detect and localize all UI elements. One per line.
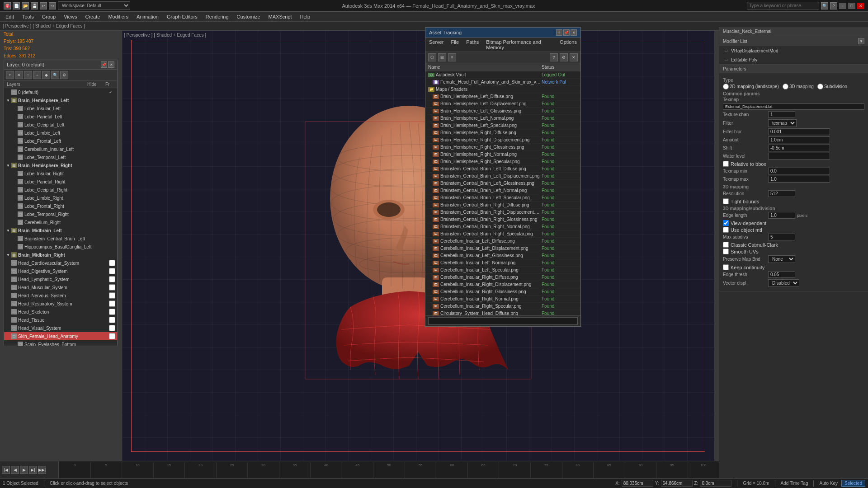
layer-item-head_respiratory[interactable]: □Head_Respiratory_System — [4, 300, 117, 308]
keyword-search[interactable] — [747, 2, 819, 9]
menu-item-customize[interactable]: Customize — [233, 13, 264, 20]
radio-3d-input[interactable] — [783, 84, 788, 89]
layer-checkbox-head_muscular[interactable] — [109, 284, 115, 291]
asset-item-cerebellum_insular_left_disp[interactable]: 🖼Cerebellum_Insular_Left_Displacement.pn… — [425, 245, 580, 252]
maximize-button[interactable]: □ — [848, 3, 855, 9]
layer-item-lobe_limbic_left[interactable]: □Lobe_Limbic_Left — [4, 129, 117, 137]
asset-item-brainstem_central_right_spec[interactable]: 🖼Brainstem_Central_Brain_Right_Specular.… — [425, 230, 580, 238]
asset-item-brain_hemi_left_spec[interactable]: 🖼Brain_Hemisphere_Left_Specular.pngFound — [425, 122, 580, 129]
help-btn[interactable]: ? — [830, 2, 837, 9]
asset-menu-server[interactable]: Server — [427, 39, 445, 51]
preserve-map-bnd-select[interactable]: None — [768, 255, 795, 263]
asset-item-brain_hemi_left_disp[interactable]: 🖼Brain_Hemisphere_Left_Displacement.pngF… — [425, 100, 580, 108]
filter-select[interactable]: texmap — [768, 119, 797, 127]
layer-item-brain_hemi_right[interactable]: ▼▤Brain_Hemisphere_Right — [4, 161, 117, 169]
relative-bbox-check[interactable] — [723, 161, 729, 167]
menu-item-create[interactable]: Create — [81, 13, 104, 20]
asset-item-cerebellum_insular_right_gloss[interactable]: 🖼Cerebellum_Insular_Right_Glossiness.png… — [425, 288, 580, 296]
add-time-tag-section[interactable]: Add Time Tag — [781, 481, 808, 486]
layer-item-lobe_insular_right[interactable]: □Lobe_Insular_Right — [4, 169, 117, 178]
y-coord-input[interactable] — [661, 480, 693, 487]
radio-2d[interactable]: 2D mapping (landscape) — [723, 84, 779, 89]
layer-item-head_muscular[interactable]: □Head_Muscular_System — [4, 283, 117, 291]
layer-item-head_skeleton[interactable]: □Head_Skeleton — [4, 308, 117, 316]
modifier-list-expand[interactable]: ▼ — [858, 38, 864, 44]
use-object-mtl-check[interactable] — [723, 227, 729, 233]
tl-next-btn[interactable]: ▶| — [29, 466, 37, 474]
tl-start-btn[interactable]: |◀ — [2, 466, 10, 474]
vector-displ-select[interactable]: Disabled — [768, 279, 799, 287]
texmap-max-input[interactable] — [768, 176, 830, 183]
menu-item-views[interactable]: Views — [60, 13, 80, 20]
asset-item-cerebellum_insular_right_spec[interactable]: 🖼Cerebellum_Insular_Right_Specular.pngFo… — [425, 303, 580, 310]
asset-item-circulatory_head_diff[interactable]: 🖼Circulatory_System_Head_Diffuse.pngFoun… — [425, 310, 580, 315]
layer-move-btn[interactable]: → — [33, 71, 41, 79]
layer-item-brain_midbrain_right[interactable]: ▼▤Brain_Midbrain_Right — [4, 251, 117, 259]
view-dependent-check[interactable] — [723, 220, 729, 226]
keep-continuity-check[interactable] — [723, 264, 729, 270]
minimize-button[interactable]: − — [839, 3, 846, 9]
asset-item-brainstem_central_left_gloss[interactable]: 🖼Brainstem_Central_Brain_Left_Glossiness… — [425, 180, 580, 187]
menu-item-modifiers[interactable]: Modifiers — [104, 13, 132, 20]
timeline-track[interactable]: 0510152025303540455055606570758085909510… — [59, 461, 719, 478]
asset-menu-bitmap-performance-and-memory[interactable]: Bitmap Performance and Memory — [484, 39, 554, 51]
asset-icon-btn2[interactable]: ⊞ — [438, 53, 446, 61]
asset-panel-pin[interactable]: 📌 — [563, 29, 570, 36]
resolution-input[interactable] — [768, 190, 795, 197]
asset-panel-close[interactable]: ✕ — [571, 29, 577, 36]
layer-item-lobe_parietal_left[interactable]: □Lobe_Parietal_Left — [4, 113, 117, 121]
layer-up-btn[interactable]: ↑ — [24, 71, 32, 79]
new-btn[interactable]: 📄 — [13, 2, 20, 9]
asset-item-brain_hemi_right_spec[interactable]: 🖼Brain_Hemisphere_Right_Specular.pngFoun… — [425, 158, 580, 165]
layer-checkbox-head_skeleton[interactable] — [109, 309, 115, 315]
layer-checkbox-head_visual[interactable] — [109, 325, 115, 331]
modifier-item-vray[interactable]: □ VRayDisplacementMod — [719, 46, 868, 55]
open-btn[interactable]: 📂 — [22, 2, 29, 9]
layer-checkbox-head_lymphatic[interactable] — [109, 276, 115, 282]
asset-search-input[interactable] — [428, 317, 578, 325]
asset-item-brainstem_central_right_gloss[interactable]: 🖼Brainstem_Central_Brain_Right_Glossines… — [425, 216, 580, 223]
layer-checkbox-head_nervous[interactable] — [109, 292, 115, 299]
layer-panel-close[interactable]: ✕ — [108, 61, 114, 68]
asset-settings-btn[interactable]: ⚙ — [560, 53, 568, 61]
layer-item-head_lymphatic[interactable]: □Head_Lymphatic_System — [4, 275, 117, 283]
layer-item-lobe_frontal_left[interactable]: □Lobe_Frontal_Left — [4, 137, 117, 145]
layer-item-head_nervous[interactable]: □Head_Nervous_System — [4, 291, 117, 300]
layer-item-head_cardiovascular[interactable]: □Head_Cardiovascular_System — [4, 259, 117, 267]
layer-item-lobe_limbic_right[interactable]: □Lobe_Limbic_Right — [4, 194, 117, 202]
layer-item-brain_midbrain_left[interactable]: ▼▤Brain_Midbrain_Left — [4, 226, 117, 235]
layer-item-head_digestive[interactable]: □Head_Digestive_System — [4, 267, 117, 275]
asset-item-cerebellum_insular_left_gloss[interactable]: 🖼Cerebellum_Insular_Left_Glossiness.pngF… — [425, 252, 580, 259]
radio-subdiv-input[interactable] — [817, 84, 823, 89]
asset-item-cerebellum_insular_right_norm[interactable]: 🖼Cerebellum_Insular_Right_Normal.pngFoun… — [425, 296, 580, 303]
menu-item-edit[interactable]: Edit — [2, 13, 18, 20]
asset-panel-help[interactable]: ? — [556, 29, 562, 36]
redo-btn[interactable]: ↪ — [49, 2, 56, 9]
asset-menu-options[interactable]: Options — [558, 39, 579, 51]
asset-item-maps_shaders[interactable]: 📁Maps / Shaders — [425, 86, 580, 93]
layer-item-lobe_temporal_left[interactable]: □Lobe_Temporal_Left — [4, 153, 117, 161]
layer-item-brainstem_central_left[interactable]: □Brainstem_Central_Brain_Left — [4, 235, 117, 243]
layer-checkbox-head_cardiovascular[interactable] — [109, 260, 115, 266]
layer-item-cerebellum_right[interactable]: □Cerebellum_Right — [4, 218, 117, 226]
edge-length-input[interactable] — [768, 212, 795, 219]
filter-blur-input[interactable] — [768, 128, 830, 135]
layer-settings-btn[interactable]: ⚙ — [60, 71, 68, 79]
asset-item-brain_hemi_right_disp[interactable]: 🖼Brain_Hemisphere_Right_Displacement.png… — [425, 136, 580, 144]
asset-item-main_file[interactable]: 📄Female_Head_Full_Anatomy_and_Skin_max_v… — [425, 79, 580, 86]
layer-item-hippocampus_basal[interactable]: □Hippocampus_BasalGanglia_Left — [4, 243, 117, 251]
layer-panel-pin[interactable]: 📌 — [101, 61, 107, 68]
layer-item-head_tissue[interactable]: □Head_Tissue — [4, 316, 117, 324]
asset-item-brain_hemi_left_gloss[interactable]: 🖼Brain_Hemisphere_Left_Glossiness.pngFou… — [425, 108, 580, 115]
asset-item-brain_hemi_left_diff[interactable]: 🖼Brain_Hemisphere_Left_Diffuse.pngFound — [425, 93, 580, 100]
radio-2d-input[interactable] — [723, 84, 729, 89]
ext-displacement-input[interactable] — [723, 103, 864, 110]
layer-item-skin_female_head[interactable]: □Skin_Female_Head_Anatomy — [4, 332, 117, 340]
asset-item-brainstem_central_left_spec[interactable]: 🖼Brainstem_Central_Brain_Left_Specular.p… — [425, 194, 580, 202]
asset-menu-paths[interactable]: Paths — [464, 39, 481, 51]
edge-thresh-input[interactable] — [768, 271, 795, 278]
save-btn[interactable]: 💾 — [31, 2, 38, 9]
asset-item-cerebellum_insular_left_spec[interactable]: 🖼Cerebellum_Insular_Left_Specular.pngFou… — [425, 267, 580, 274]
asset-item-cerebellum_insular_right_disp[interactable]: 🖼Cerebellum_Insular_Right_Displacement.p… — [425, 281, 580, 288]
layer-item-lobe_parietal_right[interactable]: □Lobe_Parietal_Right — [4, 178, 117, 186]
